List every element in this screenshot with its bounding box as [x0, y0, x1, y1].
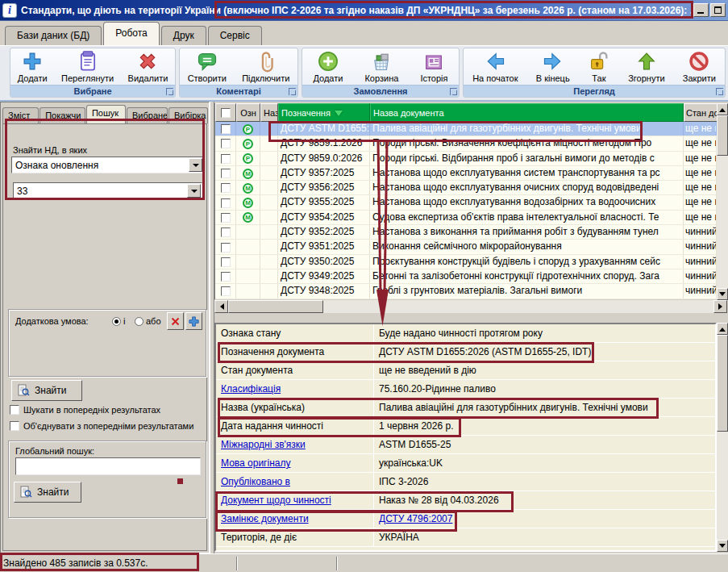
minimize-button[interactable] — [693, 3, 709, 17]
ribbon-group-favorites: Додати Переглянути Видалити Вибране — [10, 48, 176, 98]
radio-and[interactable]: і — [112, 316, 125, 326]
comments-create-button[interactable]: Створити — [185, 49, 230, 84]
doc-name: Настанова з виконання та приймання робіт… — [370, 225, 684, 239]
header-designation[interactable]: Позначення — [278, 103, 370, 122]
sidebar-tab-indexes[interactable]: Покажчи — [40, 107, 85, 123]
comments-attach-button[interactable]: Підключити — [239, 49, 293, 84]
select-all-header[interactable] — [215, 103, 236, 122]
select-all-checkbox[interactable] — [221, 108, 231, 118]
dialog-launcher-icon[interactable] — [289, 88, 296, 95]
row-checkbox[interactable] — [221, 183, 231, 193]
row-checkbox[interactable] — [221, 154, 231, 164]
row-checkbox[interactable] — [221, 286, 231, 296]
dialog-launcher-icon[interactable] — [716, 88, 723, 95]
header-status[interactable]: Стан док — [684, 103, 717, 122]
table-row[interactable]: ДСТУ 9348:2025 Греблі з грунтових матері… — [215, 284, 717, 299]
sidebar-tab-favorites[interactable]: Вибране — [127, 107, 168, 123]
table-row[interactable]: M ДСТУ 9354:2025 Судова експертиза об'єк… — [215, 211, 717, 225]
detail-label-link[interactable]: Мова оригіналу — [216, 454, 374, 472]
table-row[interactable]: M ДСТУ 9357:2025 Настанова щодо експлуат… — [215, 166, 717, 181]
header-ozn[interactable]: Озн — [236, 103, 260, 122]
table-hscroll-thumb[interactable] — [228, 300, 323, 313]
details-vscroll-down-button[interactable] — [717, 540, 728, 552]
dialog-launcher-icon[interactable] — [166, 88, 173, 95]
header-name[interactable]: Назва документа — [370, 103, 684, 122]
orders-add-button[interactable]: Додати — [310, 49, 347, 84]
status-result-count: Знайдено 485 записів за 0.537с. — [0, 557, 235, 569]
dialog-launcher-icon[interactable] — [450, 88, 457, 95]
tab-print[interactable]: Друк — [161, 26, 206, 45]
table-row[interactable]: ДСТУ 9350:2025 Проєктування конструкцій … — [215, 255, 717, 269]
sidebar-tab-search[interactable]: Пошук — [86, 105, 126, 123]
checkbox-icon — [10, 405, 19, 415]
favorites-view-button[interactable]: Переглянути — [58, 49, 117, 84]
detail-label-link[interactable]: Документ щодо чинності — [216, 491, 374, 509]
row-checkbox[interactable] — [221, 213, 231, 223]
ribbon-button-label: Згорнути — [628, 73, 664, 83]
table-row[interactable]: ДСТУ 9352:2025 Настанова з виконання та … — [215, 225, 717, 240]
doc-code: ДСТУ 9356:2025 — [278, 181, 370, 194]
add-condition-button[interactable] — [185, 312, 202, 330]
global-search-input[interactable] — [15, 457, 201, 475]
row-checkbox[interactable] — [221, 124, 231, 134]
search-value-dropdown[interactable]: 33 — [13, 182, 202, 199]
detail-label-link[interactable]: Класифікація — [216, 380, 374, 398]
table-row[interactable]: P ДСТУ 9859.1:2026 Породи гірські. Визна… — [215, 136, 717, 151]
table-row[interactable]: ДСТУ 9349:2025 Бетонні та залізобетонні … — [215, 269, 717, 284]
table-hscroll-left-button[interactable] — [214, 300, 228, 313]
find-button[interactable]: Знайти — [11, 380, 82, 401]
orders-history-button[interactable]: Історія — [417, 49, 451, 84]
row-checkbox[interactable] — [221, 198, 231, 208]
ribbon-button-label: Додати — [314, 73, 343, 83]
header-naz[interactable]: Наз — [260, 103, 278, 122]
row-checkbox[interactable] — [221, 228, 231, 237]
ribbon-group-comments: Створити Підключити Коментарі — [179, 48, 298, 98]
merge-with-previous-checkbox[interactable]: Об'єднувати з попередніми результатами — [10, 421, 214, 431]
table-hscroll-right-button[interactable] — [713, 300, 727, 313]
table-vscroll-up-button[interactable] — [717, 103, 728, 115]
orders-basket-button[interactable]: Корзина — [361, 49, 401, 84]
view-yes-button[interactable]: Так — [584, 49, 614, 84]
search-in-previous-checkbox[interactable]: Шукати в попередніх результатах — [10, 405, 214, 415]
remove-condition-button[interactable] — [167, 312, 184, 330]
tab-work[interactable]: Робота — [103, 22, 159, 45]
table-row[interactable]: P ДСТУ 9859.0:2026 Породи гірські. Відби… — [215, 152, 717, 166]
table-vscroll-down-button[interactable] — [717, 288, 728, 300]
favorites-delete-button[interactable]: Видалити — [125, 49, 172, 84]
detail-label-link[interactable]: Замінює документи — [216, 510, 374, 528]
details-vscroll-up-button[interactable] — [717, 323, 728, 335]
row-checkbox[interactable] — [221, 272, 231, 282]
chevron-down-icon[interactable] — [187, 184, 201, 198]
sidebar-tab-content[interactable]: Зміст — [2, 107, 39, 123]
favorites-add-button[interactable]: Додати — [15, 49, 51, 84]
detail-label-link[interactable]: Опубліковано в — [216, 473, 374, 491]
detail-row: Міжнародні зв'язки ASTM D1655-25 — [216, 436, 715, 454]
view-collapse-button[interactable]: Згорнути — [625, 49, 668, 84]
sidebar-tab-selection[interactable]: Вибірка — [168, 107, 208, 123]
view-close-button[interactable]: Закрити — [680, 49, 719, 84]
view-go-end-button[interactable]: В кінець — [533, 49, 573, 84]
detail-label-link[interactable]: Міжнародні зв'язки — [216, 436, 374, 453]
table-row[interactable]: ДСТУ 9351:2025 Виконання сейсмічного мік… — [215, 240, 717, 254]
search-field-dropdown[interactable]: Ознака оновлення — [11, 157, 204, 173]
view-go-start-button[interactable]: На початок — [469, 49, 521, 84]
detail-value: ІПС 3-2026 — [374, 476, 715, 487]
row-checkbox[interactable] — [221, 257, 231, 267]
global-find-button[interactable]: Знайти — [14, 482, 81, 503]
row-checkbox[interactable] — [221, 169, 231, 178]
tab-service[interactable]: Сервіс — [208, 26, 262, 45]
maximize-button[interactable] — [710, 3, 726, 17]
checkbox-label: Шукати в попередніх результатах — [23, 405, 160, 415]
table-row[interactable]: M ДСТУ 9356:2025 Настанова щодо експлуат… — [215, 181, 717, 195]
radio-or[interactable]: або — [135, 316, 161, 326]
detail-row: Документ щодо чинності Наказ № 28 від 04… — [216, 491, 715, 510]
table-row[interactable]: M ДСТУ 9355:2025 Настанова щодо експлуат… — [215, 195, 717, 210]
row-checkbox[interactable] — [221, 243, 231, 253]
table-row-selected[interactable]: P ДСТУ ASTM D1655:2026 ( Палива авіаційн… — [215, 122, 717, 136]
row-checkbox[interactable] — [221, 139, 231, 148]
details-vscroll-thumb[interactable] — [717, 335, 728, 432]
table-vscroll-thumb[interactable] — [717, 115, 728, 156]
chevron-down-icon[interactable] — [189, 158, 202, 172]
detail-value-link[interactable]: ДСТУ 4796:2007 — [374, 513, 715, 524]
tab-databases[interactable]: Бази даних (БД) — [5, 26, 102, 45]
